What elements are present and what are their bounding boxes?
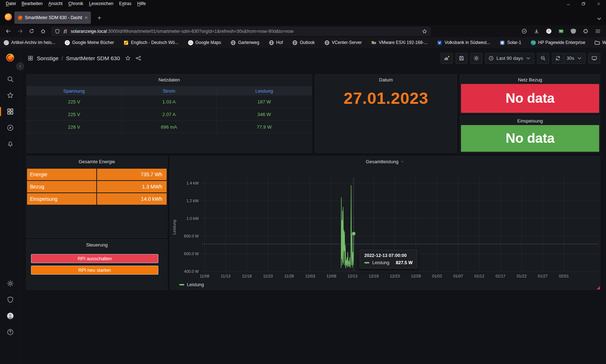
grafana-logo-icon[interactable] [5, 53, 15, 62]
minimize-button[interactable] [561, 0, 576, 7]
extensions-puzzle-icon[interactable] [580, 27, 591, 36]
back-button[interactable] [3, 27, 14, 36]
extension-mail-icon[interactable] [556, 27, 566, 36]
dashboard-header: Sonstige / SmartMeter SDM 630 Last 90 da… [21, 48, 606, 68]
share-icon[interactable] [136, 56, 141, 61]
legend-label: Leistung [187, 282, 204, 287]
clock-icon [488, 56, 494, 61]
sidebar-expand-button[interactable] [16, 62, 24, 70]
column-header[interactable]: Leistung [217, 88, 312, 94]
energie-label: Einspeisung [27, 193, 97, 205]
url-text: solaranzeige.local:3000/d/99smartmeter01… [71, 29, 294, 34]
sidebar-item-search[interactable] [0, 71, 21, 87]
chart-body[interactable]: 400.0 W600.0 W800.0 W1.0 kW1.2 kW1.4 kW1… [171, 167, 600, 289]
column-header[interactable]: Spannung [27, 88, 122, 94]
sidebar-item-starred[interactable] [0, 87, 21, 103]
panel-title[interactable]: Datum [315, 75, 457, 85]
svg-text:600.0 W: 600.0 W [184, 252, 199, 256]
panel-title[interactable]: Gesamtleistung [170, 156, 600, 167]
menu-extras[interactable]: Extras [116, 0, 134, 7]
breadcrumb-folder[interactable]: Sonstige [37, 55, 58, 62]
firefox-logo-icon[interactable] [2, 11, 14, 23]
add-panel-button[interactable] [441, 53, 453, 64]
bookmark-item[interactable]: hpHP Pagewide Enterprise [531, 40, 585, 45]
bookmark-item[interactable]: Englisch - Deutsch Wö... [123, 40, 178, 45]
adblock-plus-icon[interactable]: ABP [568, 27, 579, 36]
bookmark-item[interactable]: Volksbank in Südwest... [437, 40, 490, 45]
reload-button[interactable] [26, 27, 37, 36]
bookmark-item[interactable]: Outlook [292, 40, 315, 45]
kiosk-tv-button[interactable] [588, 53, 600, 64]
bookmark-item[interactable]: VCenter-Server [324, 40, 362, 45]
menu-hilfe[interactable]: Hilfe [134, 0, 149, 7]
button-rpi-ausschalten[interactable]: RPI ausschalten [31, 254, 158, 263]
shield-icon [7, 296, 14, 303]
tab-list-chevron-icon[interactable] [594, 16, 604, 22]
pocket-icon[interactable] [519, 27, 530, 36]
globe-icon [269, 40, 274, 45]
bookmark-star-icon[interactable] [422, 29, 427, 34]
close-button[interactable] [591, 0, 606, 7]
bookmark-item[interactable]: @Artikel-Archiv im heis... [4, 40, 55, 45]
url-bar[interactable]: solaranzeige.local:3000/d/99smartmeter01… [51, 27, 431, 36]
bookmark-label: Outlook [300, 40, 315, 45]
dashboard-settings-button[interactable] [470, 53, 482, 64]
refresh-button[interactable] [552, 53, 563, 64]
menu-chronik[interactable]: Chronik [65, 0, 86, 7]
panel-title[interactable]: Netzdaten [27, 75, 312, 85]
chart-legend[interactable]: Leistung [179, 282, 204, 287]
chevron-down-icon [577, 56, 582, 61]
favorite-star-icon[interactable] [125, 56, 131, 61]
sidebar-item-alerting[interactable] [0, 136, 21, 152]
more-bookmarks[interactable]: Weitere Lesezeichen [594, 40, 606, 45]
downloads-icon[interactable] [531, 27, 542, 36]
menu-datei[interactable]: Datei [3, 0, 19, 7]
menu-ansicht[interactable]: Ansicht [45, 0, 65, 7]
refresh-interval-picker[interactable]: 30s [563, 53, 585, 64]
forward-button[interactable] [14, 27, 25, 36]
restore-button[interactable] [576, 0, 591, 7]
folder-icon [594, 40, 600, 45]
bookmark-item[interactable]: GGoogle Meine Bücher [65, 40, 114, 45]
bookmark-item[interactable]: Solar-1 [500, 40, 521, 45]
bookmark-item[interactable]: GGoogle Maps [188, 40, 221, 45]
menu-bearbeiten[interactable]: Bearbeiten [19, 0, 45, 7]
bookmark-label: Volksbank in Südwest... [444, 40, 490, 45]
column-header[interactable]: Strom [122, 88, 216, 94]
panel-title[interactable]: Netz Bezug [460, 75, 600, 85]
svg-text:01/12: 01/12 [474, 274, 484, 278]
panel-title[interactable]: Steuerung [27, 240, 167, 250]
time-range-picker[interactable]: Last 90 days [485, 53, 534, 64]
dashboards-grid-icon[interactable] [28, 56, 33, 61]
svg-text:P: P [548, 29, 550, 33]
home-button[interactable] [38, 27, 48, 36]
tracking-shield-icon[interactable] [55, 29, 60, 34]
app-menu-icon[interactable] [592, 27, 603, 36]
sidebar-item-configuration[interactable] [0, 275, 21, 292]
svg-text:G: G [189, 41, 192, 45]
new-tab-button[interactable] [94, 12, 105, 23]
bookmark-item[interactable]: VMware ESXi 192-168-... [371, 40, 427, 45]
button-rpi-neu-starten[interactable]: RPI neu starten [31, 266, 158, 275]
netzdaten-table: SpannungStromLeistung 225 V1.03 A187 W22… [27, 86, 312, 133]
sidebar-item-explore[interactable] [0, 120, 21, 136]
panel-title[interactable]: Einspeisung [460, 116, 600, 126]
save-dashboard-button[interactable] [456, 53, 467, 64]
tab-close-icon[interactable] [84, 16, 88, 19]
sidebar-item-server-admin[interactable] [0, 292, 21, 308]
sidebar-item-dashboards[interactable] [0, 103, 21, 120]
help-icon [7, 329, 14, 336]
panel-title[interactable]: Gesamte Energie [27, 156, 167, 167]
bookmark-item[interactable]: Hof [269, 40, 283, 45]
menu-lesezeichen[interactable]: Lesezeichen [86, 0, 116, 7]
extension-p-icon[interactable]: P [543, 27, 554, 36]
sidebar-item-profile[interactable] [0, 308, 21, 324]
gesamtleistung-chart[interactable]: 400.0 W600.0 W800.0 W1.0 kW1.2 kW1.4 kW1… [171, 167, 600, 289]
sidebar-item-help[interactable] [0, 324, 21, 340]
browser-tab[interactable]: SmartMeter SDM 630 - Dashboa [14, 12, 91, 24]
insecure-lock-icon[interactable] [63, 29, 68, 34]
bookmark-item[interactable]: Gartenweg [230, 40, 259, 45]
zoom-out-button[interactable] [537, 53, 549, 64]
sidebar-top-items [0, 71, 20, 152]
bookmark-label: Hof [276, 40, 283, 45]
